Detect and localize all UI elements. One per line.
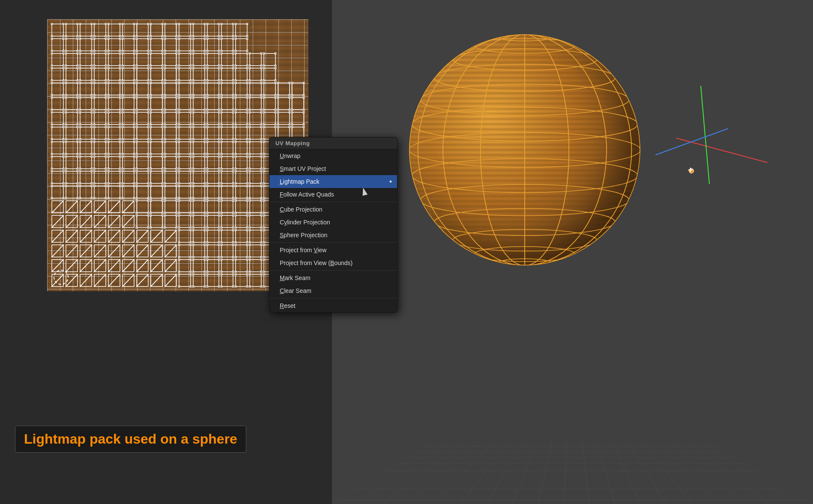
menu-item-lightmap-pack[interactable]: Lightmap Pack [269,175,397,188]
sphere-container [409,34,666,291]
cursor-circle [54,270,69,285]
menu-item-cube-projection[interactable]: Cube Projection [269,203,397,216]
menu-separator [269,202,397,202]
3d-sphere [409,34,640,265]
context-menu: UV Mapping UnwrapSmart UV ProjectLightma… [269,137,398,313]
menu-item-cylinder-projection[interactable]: Cylinder Projection [269,216,397,229]
menu-separator [269,242,397,243]
menu-item-smart-uv-project[interactable]: Smart UV Project [269,162,397,175]
caption-text: Lightmap pack used on a sphere [24,431,237,447]
menu-separator [269,298,397,298]
origin-dot [687,167,694,174]
menu-separator [269,270,397,271]
axis-z-line [655,128,728,155]
menu-item-project-from-view-bounds[interactable]: Project from View (Bounds) [269,256,397,269]
caption-box: Lightmap pack used on a sphere [15,426,246,453]
viewport-3d-panel [332,0,813,504]
menu-header: UV Mapping [269,137,397,149]
grid-floor [332,442,813,504]
menu-item-unwrap[interactable]: Unwrap [269,149,397,162]
menu-item-reset[interactable]: Reset [269,299,397,312]
sphere-wireframe-canvas [409,34,640,265]
menu-item-mark-seam[interactable]: Mark Seam [269,271,397,284]
menu-item-project-from-view[interactable]: Project from View [269,244,397,256]
menu-item-sphere-projection[interactable]: Sphere Projection [269,229,397,242]
menu-item-clear-seam[interactable]: Clear Seam [269,284,397,297]
menu-item-follow-active-quads[interactable]: Follow Active Quads [269,188,397,201]
